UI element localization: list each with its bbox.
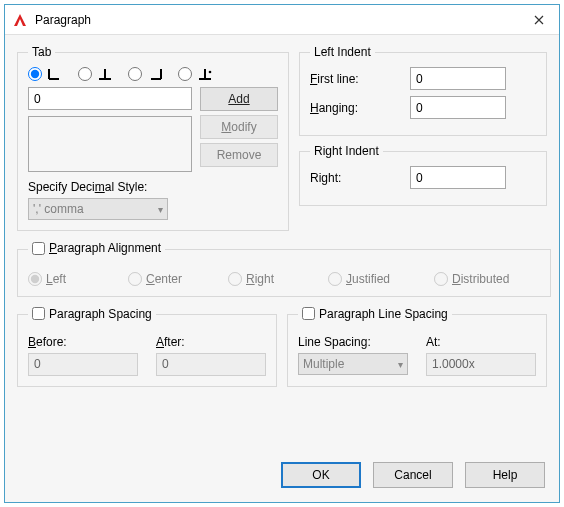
tab-center-icon (96, 67, 114, 81)
tab-style-radios (28, 67, 278, 81)
help-button[interactable]: Help (465, 462, 545, 488)
align-justified-radio (328, 272, 342, 286)
paragraph-spacing-legend: Paragraph Spacing (28, 307, 156, 324)
before-input: 0 (28, 353, 138, 376)
align-left-radio (28, 272, 42, 286)
line-spacing-checkbox[interactable] (302, 307, 315, 320)
tab-style-left[interactable] (28, 67, 64, 81)
left-indent-legend: Left Indent (310, 45, 375, 59)
right-indent-group: Right Indent Right: (299, 144, 547, 206)
tab-decimal-icon (196, 67, 214, 81)
tab-style-decimal[interactable] (178, 67, 214, 81)
align-distributed: Distributed (434, 272, 540, 286)
tab-group: Tab (17, 45, 289, 231)
svg-point-0 (209, 71, 212, 74)
tab-position-input[interactable] (28, 87, 192, 110)
tab-style-center[interactable] (78, 67, 114, 81)
align-right: Right (228, 272, 328, 286)
hanging-input[interactable] (410, 96, 506, 119)
remove-button: Remove (200, 143, 278, 167)
line-spacing-group: Paragraph Line Spacing Line Spacing: Mul… (287, 307, 547, 388)
tab-style-center-radio[interactable] (78, 67, 92, 81)
align-center-radio (128, 272, 142, 286)
add-button[interactable]: Add (200, 87, 278, 111)
hanging-label: Hanging: (310, 101, 410, 115)
chevron-down-icon: ▾ (398, 359, 403, 370)
tab-stops-listbox[interactable] (28, 116, 192, 172)
alignment-legend: Paragraph Alignment (28, 241, 165, 258)
alignment-options: Left Center Right Justified Distributed (28, 272, 540, 286)
left-indent-group: Left Indent First line: Hanging: (299, 45, 547, 136)
tab-left-icon (46, 67, 64, 81)
alignment-group: Paragraph Alignment Left Center Right (17, 241, 551, 297)
titlebar: Paragraph (5, 5, 559, 35)
line-spacing-combo: Multiple ▾ (298, 353, 408, 375)
before-label: Before: (28, 335, 138, 349)
align-center: Center (128, 272, 228, 286)
decimal-style-combo: ',' comma ▾ (28, 198, 168, 220)
app-logo-icon (11, 11, 29, 29)
paragraph-dialog: Paragraph Tab (4, 4, 560, 503)
after-label: After: (156, 335, 266, 349)
align-distributed-radio (434, 272, 448, 286)
decimal-style-value: ',' comma (33, 202, 84, 216)
cancel-button[interactable]: Cancel (373, 462, 453, 488)
tab-style-left-radio[interactable] (28, 67, 42, 81)
decimal-style-label: Specify Decimal Style: (28, 180, 278, 194)
alignment-enable-checkbox[interactable] (32, 242, 45, 255)
tab-style-right[interactable] (128, 67, 164, 81)
dialog-footer: OK Cancel Help (5, 452, 559, 502)
right-label: Right: (310, 171, 410, 185)
chevron-down-icon: ▾ (158, 204, 163, 215)
modify-button: Modify (200, 115, 278, 139)
line-spacing-legend: Paragraph Line Spacing (298, 307, 452, 324)
align-right-radio (228, 272, 242, 286)
tab-right-icon (146, 67, 164, 81)
tab-legend: Tab (28, 45, 55, 59)
first-line-label: First line: (310, 72, 410, 86)
at-input: 1.0000x (426, 353, 536, 376)
line-spacing-value: Multiple (303, 357, 344, 371)
paragraph-spacing-checkbox[interactable] (32, 307, 45, 320)
tab-style-decimal-radio[interactable] (178, 67, 192, 81)
paragraph-spacing-group: Paragraph Spacing Before: 0 After: 0 (17, 307, 277, 388)
align-left: Left (28, 272, 128, 286)
close-button[interactable] (519, 5, 559, 34)
ok-button[interactable]: OK (281, 462, 361, 488)
first-line-input[interactable] (410, 67, 506, 90)
align-justified: Justified (328, 272, 434, 286)
tab-style-right-radio[interactable] (128, 67, 142, 81)
at-label: At: (426, 335, 536, 349)
line-spacing-label: Line Spacing: (298, 335, 408, 349)
right-input[interactable] (410, 166, 506, 189)
right-indent-legend: Right Indent (310, 144, 383, 158)
after-input: 0 (156, 353, 266, 376)
dialog-body: Tab (5, 35, 559, 452)
dialog-title: Paragraph (35, 13, 519, 27)
